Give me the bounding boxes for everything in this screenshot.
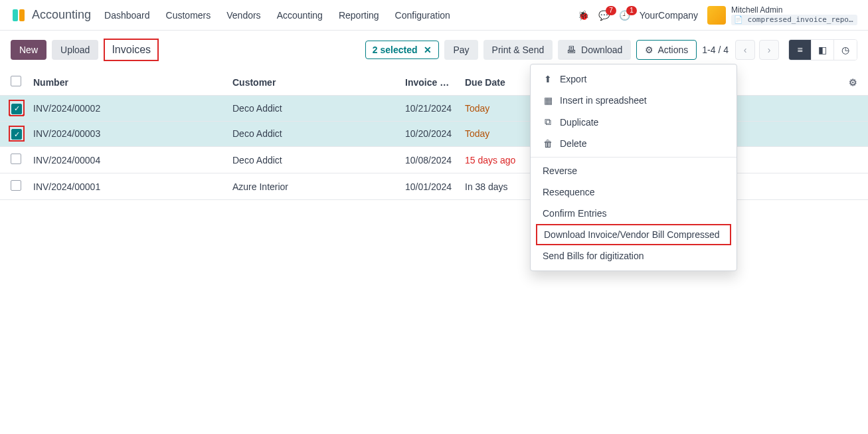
chevron-right-icon: › <box>768 45 771 55</box>
nav-customers[interactable]: Customers <box>166 10 211 21</box>
action-reverse[interactable]: Reverse <box>531 160 737 181</box>
pager-prev[interactable]: ‹ <box>735 40 755 60</box>
breadcrumb-invoices[interactable]: Invoices <box>104 39 159 61</box>
print-send-button[interactable]: Print & Send <box>483 40 553 60</box>
topbar-right: 🐞 💬 7 🕘 1 YourCompany Mitchell Admin 📄 c… <box>578 5 857 25</box>
action-delete-label: Delete <box>560 138 586 149</box>
cell-invoice-date: 10/01/2024 <box>400 173 460 200</box>
actions-label: Actions <box>657 45 688 55</box>
trash-icon: 🗑 <box>543 138 553 149</box>
nav-vendors[interactable]: Vendors <box>226 10 260 21</box>
list-icon: ≡ <box>797 45 802 55</box>
action-resequence-label: Resequence <box>543 187 595 197</box>
svg-rect-1 <box>19 9 25 21</box>
action-reverse-label: Reverse <box>543 165 577 176</box>
nav-configuration[interactable]: Configuration <box>395 10 450 21</box>
view-switcher: ≡ ◧ ◷ <box>788 39 857 60</box>
column-customer[interactable]: Customer <box>227 69 400 96</box>
row-checkbox[interactable] <box>11 129 22 140</box>
cell-customer: Deco Addict <box>227 147 400 173</box>
avatar <box>707 6 726 25</box>
optional-fields-icon[interactable]: ⚙ <box>849 77 857 88</box>
cell-customer: Deco Addict <box>227 121 400 147</box>
activities-badge: 1 <box>626 6 637 15</box>
row-checkbox[interactable] <box>11 154 21 164</box>
table-row[interactable]: INV/2024/00004Deco Addict10/08/202415 da… <box>0 147 868 173</box>
action-delete[interactable]: 🗑Delete <box>531 133 737 154</box>
pay-button[interactable]: Pay <box>444 40 477 60</box>
main-nav: Dashboard Customers Vendors Accounting R… <box>104 10 578 21</box>
user-menu[interactable]: Mitchell Admin 📄 compressed_invoice_repo… <box>707 5 857 25</box>
clock-outline-icon: ◷ <box>841 45 849 55</box>
action-insert-label: Insert in spreadsheet <box>560 95 647 106</box>
table-row[interactable]: INV/2024/00001Azure Interior10/01/2024In… <box>0 173 868 200</box>
cell-number: INV/2024/00001 <box>28 173 227 200</box>
row-checkbox[interactable] <box>11 180 21 191</box>
control-panel: New Upload Invoices 2 selected ✕ Pay Pri… <box>0 31 868 69</box>
cell-due-date: 15 days ago <box>460 147 539 173</box>
nav-dashboard[interactable]: Dashboard <box>104 10 150 21</box>
download-button[interactable]: 🖶 Download <box>558 40 631 60</box>
topbar: Accounting Dashboard Customers Vendors A… <box>0 0 868 31</box>
cell-invoice-date: 10/20/2024 <box>400 121 460 147</box>
action-duplicate-label: Duplicate <box>560 117 598 128</box>
pager-text[interactable]: 1-4 / 4 <box>702 45 729 55</box>
user-name: Mitchell Admin <box>731 5 857 15</box>
download-label: Download <box>581 45 622 55</box>
action-duplicate[interactable]: ⧉Duplicate <box>531 111 737 133</box>
kanban-view-button[interactable]: ◧ <box>812 40 834 60</box>
invoice-table: Number Customer Invoice … Due Date ⚙ INV… <box>0 69 868 200</box>
dropdown-separator <box>531 157 737 158</box>
messages-button[interactable]: 💬 7 <box>598 10 610 21</box>
cell-invoice-date: 10/21/2024 <box>400 96 460 122</box>
chevron-left-icon: ‹ <box>744 45 747 55</box>
database-name: 📄 compressed_invoice_repor… <box>731 15 857 25</box>
activity-view-button[interactable]: ◷ <box>834 40 857 60</box>
nav-reporting[interactable]: Reporting <box>339 10 379 21</box>
pager-next[interactable]: › <box>759 40 779 60</box>
kanban-icon: ◧ <box>818 45 827 55</box>
actions-button[interactable]: ⚙ Actions <box>636 40 697 60</box>
spreadsheet-icon: ▦ <box>543 95 553 106</box>
column-number[interactable]: Number <box>28 69 227 96</box>
action-export[interactable]: ⬆Export <box>531 68 737 90</box>
activities-button[interactable]: 🕘 1 <box>619 10 630 21</box>
upload-button[interactable]: Upload <box>52 40 98 60</box>
select-all-checkbox[interactable] <box>11 76 21 86</box>
gear-icon: ⚙ <box>645 45 653 55</box>
cell-due-date: In 38 days <box>460 173 539 200</box>
selection-text: 2 selected <box>373 45 418 55</box>
table-row[interactable]: INV/2024/00003Deco Addict10/20/2024Today <box>0 121 868 147</box>
column-invoice-date[interactable]: Invoice … <box>400 69 460 96</box>
messages-badge: 7 <box>606 6 616 15</box>
cell-number: INV/2024/00003 <box>28 121 227 147</box>
cell-due-date: Today <box>460 121 539 147</box>
action-export-label: Export <box>560 74 586 84</box>
list-view-button[interactable]: ≡ <box>789 40 812 60</box>
action-resequence[interactable]: Resequence <box>531 181 737 200</box>
selection-count: 2 selected ✕ <box>365 41 440 59</box>
cell-number: INV/2024/00004 <box>28 147 227 173</box>
action-insert-spreadsheet[interactable]: ▦Insert in spreadsheet <box>531 90 737 111</box>
clear-selection-icon[interactable]: ✕ <box>424 45 432 55</box>
row-checkbox[interactable] <box>11 104 22 114</box>
cell-number: INV/2024/00002 <box>28 96 227 122</box>
actions-dropdown: ⬆Export ▦Insert in spreadsheet ⧉Duplicat… <box>530 64 737 200</box>
user-text: Mitchell Admin 📄 compressed_invoice_repo… <box>731 5 857 25</box>
cell-customer: Deco Addict <box>227 96 400 122</box>
cell-invoice-date: 10/08/2024 <box>400 147 460 173</box>
table-header-row: Number Customer Invoice … Due Date ⚙ <box>0 69 868 96</box>
column-due-date[interactable]: Due Date <box>460 69 539 96</box>
app-name[interactable]: Accounting <box>32 8 91 22</box>
app-logo-icon <box>11 7 27 23</box>
new-button[interactable]: New <box>11 40 46 60</box>
cell-customer: Azure Interior <box>227 173 400 200</box>
upload-icon: ⬆ <box>543 74 553 84</box>
copy-icon: ⧉ <box>543 116 553 128</box>
company-selector[interactable]: YourCompany <box>640 10 698 21</box>
pager: 1-4 / 4 ‹ › ≡ ◧ ◷ <box>702 39 857 60</box>
cell-due-date: Today <box>460 96 539 122</box>
table-row[interactable]: INV/2024/00002Deco Addict10/21/2024Today <box>0 96 868 122</box>
debug-icon[interactable]: 🐞 <box>578 10 589 21</box>
nav-accounting[interactable]: Accounting <box>277 10 323 21</box>
